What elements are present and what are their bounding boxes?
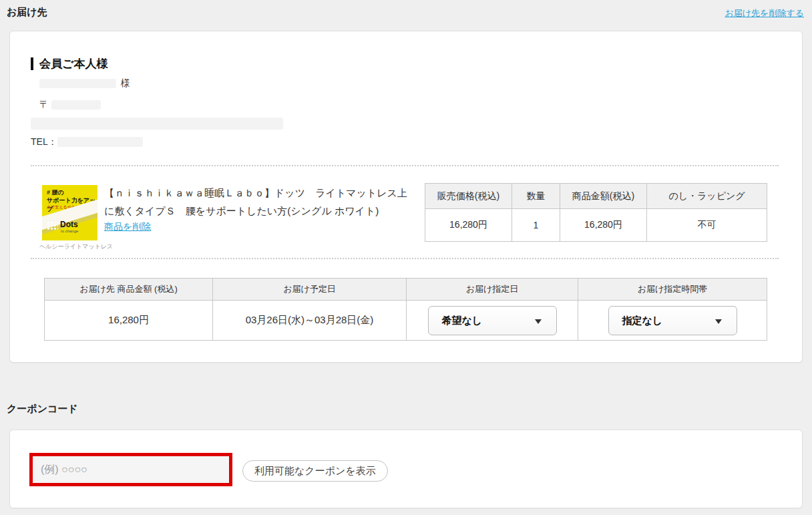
checkout-page: お届け先 お届け先を削除する 会員ご本人様 様 〒 TEL： # 腰の サポート… bbox=[0, 0, 812, 515]
delivery-options-table: お届け先 商品金額 (税込) お届け予定日 お届け指定日 お届け指定時間帯 16… bbox=[44, 278, 767, 341]
thumb-copy-line1: # 腰の bbox=[47, 189, 64, 196]
coupon-section-heading: クーポンコード bbox=[7, 403, 78, 415]
delivery-card: 会員ご本人様 様 〒 TEL： # 腰の サポート力をアップ 点で支えるやさしい… bbox=[9, 31, 803, 363]
cell-price: 16,280円 bbox=[425, 209, 512, 242]
delivery-time-select-value: 指定なし bbox=[622, 315, 663, 327]
member-heading: 会員ご本人様 bbox=[31, 56, 108, 71]
cell-amount: 16,280円 bbox=[560, 209, 647, 242]
col-header-amount: 商品金額(税込) bbox=[560, 184, 647, 209]
page-title: お届け先 bbox=[7, 6, 47, 19]
col-header-price: 販売価格(税込) bbox=[425, 184, 512, 209]
thumbnail-caption: ヘルシーライトマットレス bbox=[39, 242, 101, 251]
dots-logo-text: Dots bbox=[60, 220, 78, 228]
show-available-coupons-button[interactable]: 利用可能なクーポンを表示 bbox=[242, 460, 388, 482]
redacted-name bbox=[39, 79, 116, 88]
cell-dest-amount: 16,280円 bbox=[45, 301, 213, 341]
dots-logo-icon bbox=[47, 221, 58, 230]
cell-wrapping: 不可 bbox=[647, 209, 767, 242]
product-price-table: 販売価格(税込) 数量 商品金額(税込) のし・ラッピング 16,280円 1 … bbox=[425, 183, 767, 242]
dots-logo-subtext: to change bbox=[61, 229, 78, 233]
col-header-dest-amount: お届け先 商品金額 (税込) bbox=[45, 279, 213, 301]
delete-destination-link[interactable]: お届け先を削除する bbox=[725, 7, 804, 19]
product-image[interactable]: # 腰の サポート力をアップ 点で支えるやさしい寝心地 Dots to chan… bbox=[42, 185, 97, 240]
cell-estimated-date: 03月26日(水)～03月28日(金) bbox=[213, 301, 407, 341]
col-header-requested-date: お届け指定日 bbox=[407, 279, 578, 301]
col-header-estimated-date: お届け予定日 bbox=[213, 279, 407, 301]
product-title: 【ｎｉｓｈｉｋａｗａ睡眠Ｌａｂｏ】ドッツ ライトマットレス上に敷くタイプＳ 腰を… bbox=[104, 184, 415, 220]
tel-label: TEL： bbox=[31, 136, 57, 148]
delivery-time-select[interactable]: 指定なし bbox=[608, 306, 737, 335]
cell-qty: 1 bbox=[512, 209, 560, 242]
redacted-phone bbox=[57, 137, 143, 147]
delivery-date-select[interactable]: 希望なし bbox=[428, 306, 557, 335]
postal-mark: 〒 bbox=[39, 99, 49, 111]
col-header-qty: 数量 bbox=[512, 184, 560, 209]
coupon-input-highlight bbox=[29, 453, 232, 486]
heading-bar bbox=[31, 57, 33, 70]
col-header-time-slot: お届け指定時間帯 bbox=[578, 279, 767, 301]
dotted-divider bbox=[31, 258, 779, 259]
dotted-divider bbox=[31, 165, 779, 166]
redacted-postal-code bbox=[51, 100, 101, 110]
chevron-down-icon bbox=[715, 319, 722, 324]
product-delete-link[interactable]: 商品を削除 bbox=[104, 221, 151, 233]
redacted-address bbox=[31, 118, 283, 130]
coupon-card: 利用可能なクーポンを表示 bbox=[9, 430, 803, 508]
chevron-down-icon bbox=[535, 319, 542, 324]
member-heading-label: 会員ご本人様 bbox=[39, 56, 108, 71]
delivery-date-select-value: 希望なし bbox=[442, 315, 483, 327]
honorific-label: 様 bbox=[121, 77, 130, 90]
col-header-wrapping: のし・ラッピング bbox=[647, 184, 767, 209]
coupon-code-input[interactable] bbox=[33, 456, 229, 483]
